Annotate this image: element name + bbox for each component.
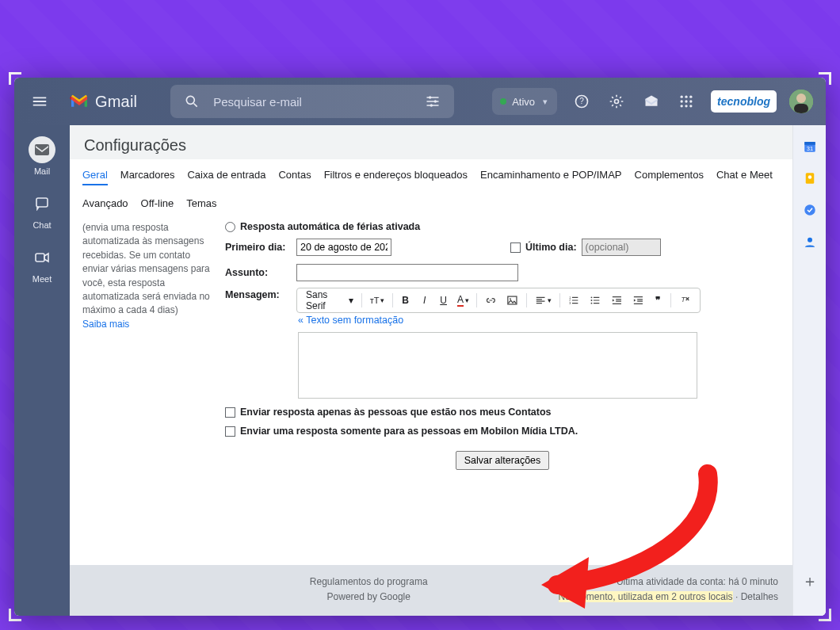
- svg-point-13: [681, 105, 683, 107]
- settings-tabs: Geral Marcadores Caixa de entrada Contas…: [82, 159, 780, 189]
- numbered-list-button[interactable]: 123: [564, 292, 584, 309]
- svg-point-1: [429, 96, 431, 98]
- main-menu-button[interactable]: [21, 82, 59, 120]
- status-chip[interactable]: Ativo ▾: [492, 88, 557, 115]
- calendar-addon[interactable]: 31: [803, 139, 817, 154]
- quote-icon: ❞: [655, 295, 660, 306]
- brand[interactable]: Gmail: [68, 93, 137, 111]
- app-window: Gmail Ativo ▾ ?: [14, 78, 826, 616]
- nav-chat[interactable]: Chat: [29, 190, 55, 230]
- vacation-form: Resposta automática de férias ativada Pr…: [225, 221, 780, 470]
- mail-icon: [29, 136, 55, 163]
- image-icon: [506, 294, 518, 307]
- mailbox-button[interactable]: [636, 86, 666, 116]
- save-button[interactable]: Salvar alterações: [456, 451, 550, 470]
- chat-icon: [29, 190, 55, 217]
- gear-icon: [609, 94, 624, 109]
- svg-point-0: [187, 96, 195, 104]
- svg-point-15: [689, 105, 692, 107]
- first-day-input[interactable]: [296, 239, 391, 256]
- image-button[interactable]: [502, 292, 522, 309]
- tasks-addon[interactable]: [803, 203, 817, 217]
- only-contacts-option[interactable]: Enviar resposta apenas às pessoas que es…: [225, 407, 780, 418]
- add-addon-button[interactable]: ＋: [802, 571, 818, 592]
- last-day-checkbox[interactable]: [510, 242, 521, 253]
- vacation-on-option[interactable]: Resposta automática de férias ativada: [225, 221, 780, 232]
- svg-point-39: [808, 238, 812, 242]
- account-avatar[interactable]: [789, 90, 813, 113]
- settings-header: Configurações: [70, 125, 792, 159]
- tab-filtros[interactable]: Filtros e endereços bloqueados: [324, 166, 468, 185]
- search-button[interactable]: [177, 86, 207, 116]
- remove-format-button[interactable]: T: [675, 292, 695, 309]
- gmail-logo-icon: [68, 94, 90, 109]
- last-day-input[interactable]: [582, 239, 661, 256]
- search-box[interactable]: [170, 85, 454, 118]
- align-icon: [535, 294, 546, 307]
- bold-icon: B: [402, 295, 409, 306]
- checkbox-icon[interactable]: [225, 426, 235, 437]
- radio-icon[interactable]: [225, 222, 235, 232]
- footer: Regulamentos do programa Powered by Goog…: [70, 565, 792, 616]
- tab-avancado[interactable]: Avançado: [82, 194, 128, 212]
- remove-format-icon: T: [679, 294, 691, 307]
- usage-label: No momento, utilizada em 2 outros locais: [559, 591, 733, 602]
- search-input[interactable]: [207, 95, 418, 109]
- nav-chat-label: Chat: [32, 220, 51, 230]
- status-dot-icon: [500, 98, 506, 105]
- bullet-list-button[interactable]: [586, 292, 605, 309]
- indent-less-icon: [611, 294, 623, 307]
- font-size-icon: тT: [370, 296, 380, 305]
- apps-grid-icon: [678, 94, 694, 109]
- svg-point-8: [685, 96, 687, 98]
- tab-encaminhamento[interactable]: Encaminhamento e POP/IMAP: [480, 166, 621, 185]
- underline-icon: U: [440, 295, 447, 306]
- align-button[interactable]: ▾: [531, 292, 556, 309]
- learn-more-link[interactable]: Saiba mais: [82, 318, 219, 331]
- tab-temas[interactable]: Temas: [186, 194, 216, 212]
- chevron-down-icon: ▾: [548, 296, 552, 304]
- section-description: (envia uma resposta automatizada às mens…: [82, 221, 219, 318]
- plain-text-link[interactable]: « Texto sem formatação: [225, 313, 780, 330]
- svg-text:31: 31: [806, 145, 812, 152]
- subject-input[interactable]: [296, 264, 518, 281]
- tab-offline[interactable]: Off-line: [141, 194, 174, 212]
- details-link[interactable]: Detalhes: [741, 591, 778, 602]
- text-color-button[interactable]: A▾: [454, 292, 473, 309]
- message-textarea[interactable]: [298, 332, 697, 399]
- search-options-button[interactable]: [418, 86, 448, 116]
- svg-point-7: [681, 96, 683, 98]
- tab-chat-meet[interactable]: Chat e Meet: [716, 166, 773, 185]
- tab-contas[interactable]: Contas: [278, 166, 311, 185]
- svg-point-38: [804, 204, 815, 216]
- indent-more-button[interactable]: [628, 292, 648, 309]
- status-label: Ativo: [512, 96, 535, 108]
- nav-mail[interactable]: Mail: [29, 136, 55, 176]
- settings-button[interactable]: [601, 86, 632, 116]
- tab-complementos[interactable]: Complementos: [635, 166, 704, 185]
- indent-less-button[interactable]: [607, 292, 627, 309]
- apps-button[interactable]: [671, 86, 701, 116]
- tab-marcadores[interactable]: Marcadores: [120, 166, 175, 185]
- font-size-button[interactable]: тT▾: [366, 292, 388, 309]
- link-button[interactable]: [481, 292, 501, 309]
- rich-text-toolbar: Sans Serif ▾ тT▾ B I U A▾: [296, 288, 701, 313]
- svg-point-9: [689, 96, 692, 98]
- underline-button[interactable]: U: [435, 292, 452, 309]
- font-family-select[interactable]: Sans Serif ▾: [302, 292, 357, 309]
- italic-button[interactable]: I: [416, 292, 433, 309]
- only-domain-option[interactable]: Enviar uma resposta somente para as pess…: [225, 426, 780, 437]
- tab-geral[interactable]: Geral: [82, 166, 108, 185]
- program-rules-link[interactable]: Regulamentos do programa: [179, 575, 559, 590]
- keep-addon[interactable]: [803, 171, 817, 185]
- nav-meet[interactable]: Meet: [29, 244, 55, 284]
- bold-button[interactable]: B: [397, 292, 414, 309]
- main-area: Configurações Geral Marcadores Caixa de …: [70, 125, 826, 616]
- checkbox-icon[interactable]: [225, 407, 235, 418]
- support-button[interactable]: ?: [567, 86, 597, 116]
- svg-point-37: [808, 175, 811, 179]
- chevron-down-icon: ▾: [380, 296, 384, 304]
- tab-caixa-entrada[interactable]: Caixa de entrada: [187, 166, 265, 185]
- quote-button[interactable]: ❞: [649, 292, 666, 309]
- contacts-addon[interactable]: [803, 235, 817, 249]
